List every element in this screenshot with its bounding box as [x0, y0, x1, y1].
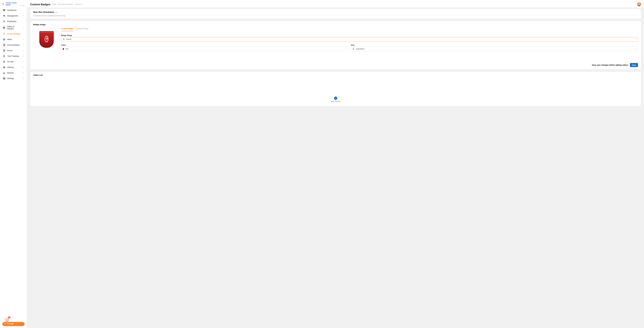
svg-point-7 [4, 39, 4, 39]
chevron-down-icon [635, 38, 636, 40]
svg-point-14 [4, 67, 4, 67]
save-note: Save your changes before adding videos. [592, 64, 628, 66]
badge-form: Create Image Upload Image Badge Shape [61, 26, 638, 62]
svg-point-12 [4, 61, 4, 62]
badge-description: For all new hires to complete on their f… [30, 15, 641, 18]
sidebar-item-videos[interactable]: Videos & Playlists [1, 24, 26, 31]
crumb-sep: / [74, 3, 74, 5]
svg-point-1 [4, 10, 4, 10]
crumb-sep: / [57, 3, 58, 5]
page-title: Custom Badges [30, 3, 50, 6]
sidebar-item-employees[interactable]: Employees [1, 18, 26, 24]
app-root: YOUR LOGO HERE Company Dashboard Managem… [0, 0, 644, 328]
sidebar-item-label: On-Site [7, 61, 14, 63]
svg-rect-20 [353, 48, 354, 49]
svg-point-8 [4, 39, 4, 39]
chat-pill[interactable]: TYFOOM [2, 322, 24, 326]
add-videos-label[interactable]: ADD VIDEOS [331, 101, 340, 102]
chat-count-badge: 15 [8, 316, 11, 319]
chevron-down-icon [345, 48, 347, 50]
save-bar: Save your changes before adding videos. … [33, 63, 638, 67]
sidebar-item-label: Alerts [7, 38, 12, 40]
chevron-right-icon [22, 38, 24, 40]
video-empty-state: ADD VIDEOS [30, 76, 641, 106]
video-list-card: Video List ADD VIDEOS [30, 72, 641, 106]
forms-icon [3, 49, 6, 52]
content: New Hire Orientation v.1 For all new hir… [27, 7, 644, 110]
topbar: Custom Badges Drafts / New Hire Orientat… [27, 0, 644, 7]
shape-label: Badge Shape [61, 34, 638, 36]
sidebar-item-documentation[interactable]: Documentation [1, 42, 26, 48]
sidebar-item-forms[interactable]: Forms [1, 48, 26, 53]
badge-version: v.1 [55, 11, 57, 13]
sidebar-item-label: Time Tracking [7, 55, 19, 57]
gear-icon [3, 77, 6, 80]
chevron-right-icon [22, 66, 24, 68]
dashboard-icon [3, 9, 6, 12]
chat-logo-icon [4, 323, 6, 325]
save-button[interactable]: Save [630, 63, 638, 67]
sidebar-item-label: Custom Badges [7, 33, 20, 35]
badge-name: New Hire Orientation [33, 11, 54, 13]
badge-header-card: New Hire Orientation v.1 For all new hir… [30, 9, 641, 19]
badge-icon [3, 32, 6, 35]
chevron-right-icon [22, 44, 24, 46]
sidebar-item-settings[interactable]: Settings [1, 76, 26, 81]
sidebar-item-label: Videos & Playlists [7, 25, 21, 30]
crumb[interactable]: New Hire Orientation [58, 3, 73, 5]
user-avatar[interactable] [637, 2, 641, 6]
sidebar-item-onsite[interactable]: On-Site [1, 59, 26, 64]
sidebar-nav: Dashboard Management Employees [0, 7, 27, 328]
color-value: Red [66, 48, 68, 50]
sidebar-item-dashboard[interactable]: Dashboard [1, 7, 26, 13]
chevron-right-icon [22, 26, 24, 29]
sidebar-item-label: Documentation [7, 44, 20, 46]
color-label: Color [61, 44, 348, 46]
sidebar-item-alerts[interactable]: Alerts [1, 37, 26, 42]
shape-select[interactable]: Shield3 [61, 37, 638, 41]
tab-upload-image[interactable]: Upload Image [76, 26, 89, 31]
share-icon [3, 66, 6, 69]
sidebar-item-sharing[interactable]: Sharing [1, 64, 26, 70]
swirl-icon [5, 318, 9, 322]
tab-create-image[interactable]: Create Image [61, 26, 73, 31]
chat-label: TYFOOM [7, 323, 14, 325]
sidebar-item-management[interactable]: Management [1, 13, 26, 18]
chevron-down-icon [635, 48, 636, 50]
video-icon [3, 26, 6, 29]
section-title: Video List [30, 72, 641, 76]
sidebar-item-label: Reports [7, 72, 14, 74]
crumb[interactable]: Version #1 [75, 3, 83, 5]
svg-point-18 [638, 3, 640, 5]
svg-point-2 [4, 15, 4, 16]
chevron-right-icon [22, 61, 24, 63]
icon-label: Icon [351, 44, 638, 46]
sidebar-item-reports[interactable]: Reports [1, 70, 26, 76]
pin-icon [3, 60, 6, 63]
add-video-fab[interactable] [334, 97, 337, 100]
person-icon [3, 20, 6, 23]
sidebar-item-time-tracking[interactable]: Time Tracking [1, 53, 26, 59]
shield-icon [62, 38, 65, 40]
badge-preview-svg [39, 30, 54, 49]
badge-image-card: Badge Image [30, 21, 641, 70]
chevron-right-icon [22, 15, 24, 17]
sidebar: YOUR LOGO HERE Company Dashboard Managem… [0, 0, 27, 328]
crumb[interactable]: Drafts [52, 3, 56, 5]
icon-select[interactable]: AppleWatch [351, 47, 638, 51]
chevron-right-icon [22, 77, 24, 79]
breadcrumb: Drafts / New Hire Orientation / Version … [52, 3, 83, 5]
sidebar-item-label: Forms [7, 49, 12, 52]
doc-icon [3, 43, 6, 46]
badge-title-row: New Hire Orientation v.1 [30, 9, 641, 14]
brand-subtext: Company [20, 5, 24, 6]
watch-icon [352, 48, 354, 50]
badge-preview [33, 26, 60, 62]
color-select[interactable]: Red [61, 47, 348, 51]
svg-point-3 [4, 15, 5, 16]
brand-text: YOUR LOGO HERE [6, 2, 19, 6]
sidebar-item-label: Management [7, 15, 18, 17]
sidebar-item-label: Sharing [7, 66, 14, 68]
svg-point-4 [4, 20, 4, 21]
sidebar-item-custom-badges[interactable]: Custom Badges [1, 31, 26, 37]
